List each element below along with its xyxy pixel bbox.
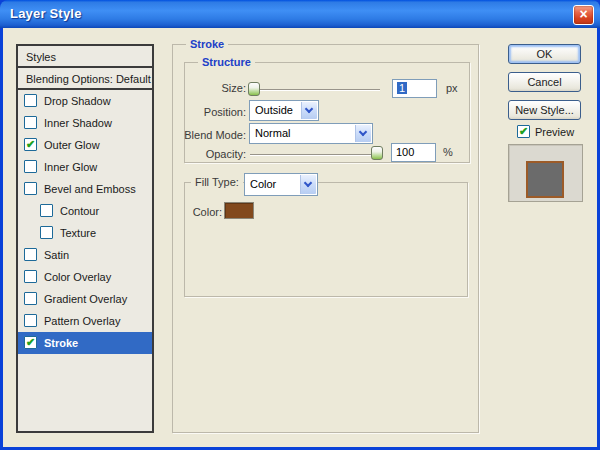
titlebar[interactable]: Layer Style ×	[0, 0, 600, 28]
sidebar-item-bevel-and-emboss[interactable]: Bevel and Emboss	[18, 178, 152, 200]
checkbox-checked-icon[interactable]: ✔	[24, 138, 37, 151]
style-preview-thumbnail	[508, 144, 583, 202]
stroke-group-title: Stroke	[186, 38, 228, 50]
opacity-slider-thumb[interactable]	[371, 146, 383, 160]
sidebar-item-label: Stroke	[44, 337, 78, 349]
ok-button[interactable]: OK	[508, 44, 581, 64]
sidebar-item-label: Pattern Overlay	[44, 315, 120, 327]
checkbox-icon[interactable]	[40, 226, 53, 239]
checkbox-icon[interactable]	[24, 94, 37, 107]
position-label: Position:	[180, 106, 246, 118]
fill-type-label: Fill Type:	[191, 176, 243, 188]
checkbox-checked-icon[interactable]: ✔	[24, 336, 37, 349]
sidebar-item-drop-shadow[interactable]: Drop Shadow	[18, 90, 152, 112]
sidebar-item-satin[interactable]: Satin	[18, 244, 152, 266]
sidebar-item-gradient-overlay[interactable]: Gradient Overlay	[18, 288, 152, 310]
new-style-button[interactable]: New Style...	[508, 100, 581, 120]
fill-type-value: Color	[250, 178, 276, 190]
structure-group-title: Structure	[198, 56, 255, 68]
sidebar-item-label: Inner Shadow	[44, 117, 112, 129]
checkbox-icon[interactable]	[40, 204, 53, 217]
sidebar-item-label: Outer Glow	[44, 139, 100, 151]
checkbox-icon[interactable]	[24, 160, 37, 173]
sidebar-item-label: Texture	[60, 227, 96, 239]
position-dropdown[interactable]: Outside	[249, 100, 319, 121]
blend-mode-dropdown[interactable]: Normal	[249, 123, 373, 144]
fill-type-groupbox	[184, 182, 468, 297]
stroke-preview-swatch	[526, 161, 564, 198]
blend-mode-label: Blend Mode:	[170, 129, 246, 141]
chevron-down-icon[interactable]	[355, 125, 371, 142]
cancel-button[interactable]: Cancel	[508, 72, 581, 92]
size-input[interactable]: 1	[392, 79, 437, 98]
blend-mode-value: Normal	[255, 127, 290, 139]
stroke-color-swatch[interactable]	[224, 202, 254, 219]
size-label: Size:	[180, 82, 246, 94]
opacity-label: Opacity:	[180, 148, 246, 160]
layer-style-dialog: Layer Style × Styles Blending Options: D…	[0, 0, 600, 450]
opacity-unit: %	[443, 146, 463, 158]
preview-label: Preview	[535, 126, 574, 138]
opacity-value: 100	[396, 146, 414, 158]
checkbox-checked-icon[interactable]: ✔	[517, 125, 530, 138]
sidebar-item-blending-options[interactable]: Blending Options: Default	[18, 68, 152, 90]
checkbox-icon[interactable]	[24, 270, 37, 283]
color-label: Color:	[184, 206, 222, 218]
opacity-input[interactable]: 100	[391, 143, 436, 162]
size-slider[interactable]	[250, 89, 380, 91]
checkbox-icon[interactable]	[24, 248, 37, 261]
position-value: Outside	[255, 104, 293, 116]
checkbox-icon[interactable]	[24, 116, 37, 129]
chevron-down-icon[interactable]	[300, 175, 316, 194]
window-title: Layer Style	[10, 6, 82, 21]
sidebar-item-pattern-overlay[interactable]: Pattern Overlay	[18, 310, 152, 332]
sidebar-item-label: Gradient Overlay	[44, 293, 127, 305]
sidebar-item-label: Contour	[60, 205, 99, 217]
opacity-slider[interactable]	[250, 154, 383, 156]
sidebar-item-styles[interactable]: Styles	[18, 46, 152, 68]
checkbox-icon[interactable]	[24, 314, 37, 327]
sidebar-item-label: Satin	[44, 249, 69, 261]
styles-list: Styles Blending Options: Default Drop Sh…	[16, 44, 154, 433]
sidebar-item-stroke[interactable]: ✔ Stroke	[18, 332, 152, 354]
sidebar-item-outer-glow[interactable]: ✔ Outer Glow	[18, 134, 152, 156]
sidebar-item-inner-shadow[interactable]: Inner Shadow	[18, 112, 152, 134]
sidebar-item-label: Bevel and Emboss	[44, 183, 136, 195]
sidebar-item-texture[interactable]: Texture	[18, 222, 152, 244]
sidebar-item-label: Inner Glow	[44, 161, 97, 173]
sidebar-item-label: Color Overlay	[44, 271, 111, 283]
close-icon[interactable]: ×	[573, 5, 594, 25]
size-value: 1	[397, 82, 407, 94]
sidebar-item-contour[interactable]: Contour	[18, 200, 152, 222]
size-unit: px	[446, 82, 466, 94]
fill-type-dropdown[interactable]: Color	[244, 173, 318, 196]
sidebar-item-inner-glow[interactable]: Inner Glow	[18, 156, 152, 178]
checkbox-icon[interactable]	[24, 292, 37, 305]
dialog-body: Styles Blending Options: Default Drop Sh…	[3, 28, 597, 447]
sidebar-item-label: Drop Shadow	[44, 95, 111, 107]
checkbox-icon[interactable]	[24, 182, 37, 195]
sidebar-item-color-overlay[interactable]: Color Overlay	[18, 266, 152, 288]
size-slider-thumb[interactable]	[248, 82, 260, 96]
chevron-down-icon[interactable]	[301, 102, 317, 119]
